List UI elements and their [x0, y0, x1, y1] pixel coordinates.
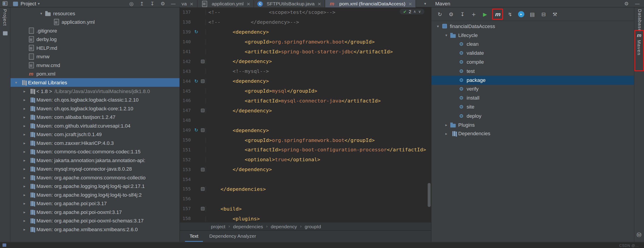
- download-sources-icon[interactable]: ↧: [458, 10, 466, 18]
- settings-gear-icon[interactable]: ⚙: [160, 1, 166, 7]
- chevron-right-icon[interactable]: ▸: [443, 123, 449, 127]
- maven-tree-item[interactable]: ⚙deploy: [432, 111, 634, 120]
- maven-settings-icon[interactable]: ⚒: [551, 10, 559, 18]
- chevron-right-icon[interactable]: ▸: [21, 219, 28, 223]
- maven-tree-item[interactable]: ⚙package: [432, 76, 634, 84]
- code-line[interactable]: <artifactId>spring-boot-configuration-pr…: [206, 147, 431, 153]
- code-line[interactable]: </dependency>: [206, 167, 431, 172]
- chevron-right-icon[interactable]: ▸: [21, 115, 28, 119]
- code-line[interactable]: <dependency>: [206, 127, 431, 133]
- project-tree-item[interactable]: ▸Maven: org.apache.poi:poi-ooxml:3.17: [10, 208, 180, 216]
- chevron-right-icon[interactable]: ▸: [21, 132, 28, 136]
- maven-tree-item[interactable]: ⚙validate: [432, 49, 634, 58]
- code-line[interactable]: <artifactId>spring-boot-starter-jdbc</ar…: [206, 49, 431, 55]
- project-tree-item[interactable]: ▾resources: [10, 9, 180, 18]
- code-line[interactable]: <!-- <scope>test</scope>-->: [206, 10, 431, 15]
- maven-tree-item[interactable]: ▾financialDataAccess: [432, 22, 634, 31]
- editor-tab[interactable]: CSFTPUtilsBackup.java×: [254, 0, 325, 8]
- code-line[interactable]: <!--mysql-->: [206, 68, 431, 74]
- code-line[interactable]: <build>: [206, 206, 431, 212]
- code-line[interactable]: <groupId>mysql</groupId>: [206, 88, 431, 94]
- chevron-right-icon[interactable]: ▸: [21, 98, 28, 102]
- project-tree-item[interactable]: ▸Maven: com.github.virtuald:curvesapi:1.…: [10, 121, 180, 130]
- code-line[interactable]: <dependency>: [206, 29, 431, 35]
- chevron-right-icon[interactable]: ▸: [21, 201, 28, 205]
- maven-tree-item[interactable]: ⚙install: [432, 93, 634, 102]
- project-tree-item[interactable]: ▸Maven: jakarta.annotation:jakarta.annot…: [10, 156, 180, 165]
- chevron-down-icon[interactable]: ▾: [13, 80, 19, 84]
- code-line[interactable]: <groupId>org.springframework.boot</group…: [206, 137, 431, 143]
- tabs-list-icon[interactable]: ▾: [422, 1, 428, 7]
- fold-marker-icon[interactable]: [200, 128, 206, 132]
- project-tree-item[interactable]: HELP.md: [10, 44, 180, 52]
- project-tree-item[interactable]: ▸< 1.8 >/Library/Java/JavaVirtualMachine…: [10, 87, 180, 95]
- chevron-right-icon[interactable]: ▸: [21, 167, 28, 171]
- project-tree-item[interactable]: derby.log: [10, 35, 180, 44]
- add-maven-project-icon[interactable]: +: [470, 10, 478, 18]
- project-tree-item[interactable]: ▸Maven: org.apache.commons:commons-colle…: [10, 173, 180, 182]
- project-tree-item[interactable]: ▸Maven: ch.qos.logback:logback-core:1.2.…: [10, 104, 180, 113]
- run-maven-build-icon[interactable]: ▶: [481, 10, 489, 18]
- maven-tree-item[interactable]: ⚙clean: [432, 40, 634, 49]
- code-line[interactable]: </dependencies>: [206, 186, 431, 192]
- chevron-right-icon[interactable]: ▸: [21, 193, 28, 197]
- project-tree-item[interactable]: mvnw.cmd: [10, 61, 180, 69]
- maven-sync-gutter-icon[interactable]: ↻: [192, 29, 200, 35]
- project-tree-item[interactable]: ▸Maven: org.apache.poi:poi:3.17: [10, 199, 180, 208]
- maven-tree-item[interactable]: ⚙compile: [432, 58, 634, 67]
- editor-scrollbar[interactable]: [427, 8, 431, 222]
- maven-tree-item[interactable]: ⚙verify: [432, 84, 634, 93]
- generate-sources-icon[interactable]: ⚙: [447, 10, 455, 18]
- code-line[interactable]: <dependency>: [206, 78, 431, 84]
- hide-panel-icon[interactable]: —: [634, 1, 641, 7]
- execute-maven-goal-icon[interactable]: m: [494, 10, 502, 18]
- m-circle-icon[interactable]: Ⓜ: [636, 232, 641, 238]
- project-tree-item[interactable]: mpom.xml: [10, 69, 180, 78]
- app-window-icon[interactable]: [2, 1, 8, 6]
- maven-stripe-button[interactable]: Maven: [636, 40, 642, 56]
- code-line[interactable]: <artifactId>mysql-connector-java</artifa…: [206, 98, 431, 104]
- code-line[interactable]: </dependency>: [206, 59, 431, 64]
- fold-marker-icon[interactable]: [200, 79, 206, 83]
- bottom-tab-text[interactable]: Text: [185, 231, 203, 242]
- project-tree-item[interactable]: ▸Maven: com.zaxxer:HikariCP:4.0.3: [10, 139, 180, 147]
- project-tree-item[interactable]: ▸Maven: commons-codec:commons-codec:1.15: [10, 147, 180, 156]
- chevron-right-icon[interactable]: ▸: [21, 184, 28, 188]
- settings-gear-icon[interactable]: ⚙: [623, 1, 630, 7]
- fold-marker-icon[interactable]: [200, 207, 206, 211]
- prev-problem-icon[interactable]: ∧: [413, 10, 416, 14]
- maven-tree-item[interactable]: ⚙test: [432, 67, 634, 76]
- close-tab-icon[interactable]: ×: [408, 1, 412, 7]
- code-line[interactable]: <!-- </dependency>-->: [206, 19, 431, 25]
- database-stripe-button[interactable]: Database: [637, 9, 642, 32]
- offline-mode-icon[interactable]: ▸: [518, 11, 524, 17]
- scrollbar-thumb[interactable]: [428, 183, 430, 207]
- bottom-left-icon[interactable]: [2, 243, 6, 247]
- project-tree-item[interactable]: ▸Maven: org.apache.poi:poi-ooxml-schemas…: [10, 216, 180, 225]
- project-tree-item[interactable]: ▸Maven: com.jcraft:jsch:0.1.49: [10, 130, 180, 139]
- code-line[interactable]: <groupId>org.springframework.boot</group…: [206, 39, 431, 45]
- code-line[interactable]: <optional>true</optional>: [206, 157, 431, 163]
- project-tree-item[interactable]: ▸Maven: org.apache.logging.log4j:log4j-t…: [10, 190, 180, 199]
- maven-sync-gutter-icon[interactable]: ↻: [192, 128, 200, 133]
- chevron-right-icon[interactable]: ▸: [21, 158, 28, 162]
- project-tree-item[interactable]: ▸Maven: org.apache.logging.log4j:log4j-a…: [10, 182, 180, 191]
- maven-tree-item[interactable]: ▸Dependencies: [432, 129, 634, 138]
- collapse-all-icon[interactable]: ↧: [149, 1, 156, 7]
- maven-tree-item[interactable]: ▸Plugins: [432, 120, 634, 129]
- editor-tab[interactable]: application.yml×: [198, 0, 254, 8]
- breadcrumb-item[interactable]: project: [211, 224, 226, 229]
- maven-tree-item[interactable]: ⚙site: [432, 102, 634, 111]
- chevron-down-icon[interactable]: ▾: [435, 24, 441, 28]
- editor-tab[interactable]: mpom.xml (financialDataAccess)×: [325, 0, 416, 8]
- breadcrumb-item[interactable]: groupId: [305, 224, 321, 229]
- chevron-right-icon[interactable]: ▸: [21, 227, 28, 231]
- bottom-tab-dependency-analyzer[interactable]: Dependency Analyzer: [205, 231, 261, 242]
- hide-panel-icon[interactable]: —: [170, 1, 176, 7]
- project-tree-item[interactable]: application.yml: [10, 18, 180, 27]
- folder-stripe-icon[interactable]: [3, 31, 8, 35]
- close-tab-icon[interactable]: ×: [190, 1, 193, 7]
- project-view-selector[interactable]: Project ▾: [20, 1, 40, 7]
- chevron-right-icon[interactable]: ▸: [21, 123, 28, 128]
- project-stripe-button[interactable]: Project: [2, 9, 8, 26]
